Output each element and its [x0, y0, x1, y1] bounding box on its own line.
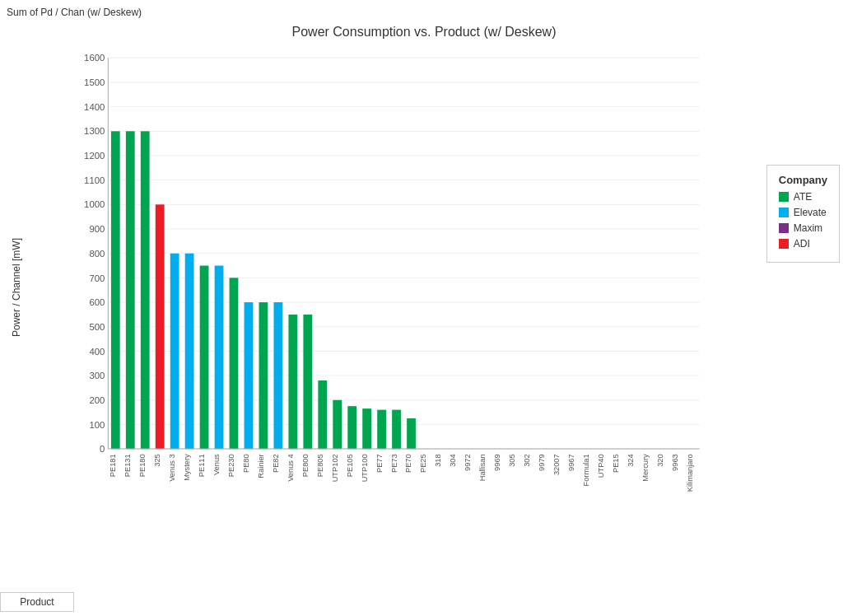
svg-text:9972: 9972 — [464, 454, 472, 471]
chart-container: Sum of Pd / Chan (w/ Deskew) Power Consu… — [0, 0, 848, 616]
svg-rect-64 — [333, 400, 342, 449]
legend-item-elevate: Elevate — [779, 207, 827, 218]
svg-rect-48 — [215, 266, 224, 450]
svg-text:Venus 3: Venus 3 — [168, 454, 176, 482]
svg-text:UTP40: UTP40 — [597, 454, 605, 478]
bar-chart: 0100200300400500600700800900100011001200… — [66, 49, 708, 525]
svg-text:Formula1: Formula1 — [582, 454, 590, 486]
svg-text:PE105: PE105 — [346, 454, 354, 477]
svg-text:200: 200 — [89, 395, 105, 405]
svg-rect-68 — [362, 408, 371, 449]
svg-rect-40 — [156, 204, 165, 449]
svg-rect-74 — [407, 418, 416, 449]
svg-text:324: 324 — [627, 454, 635, 466]
legend-label-ate: ATE — [794, 191, 812, 203]
legend-color-maxim — [779, 223, 789, 233]
svg-text:PE70: PE70 — [405, 454, 413, 473]
svg-text:1200: 1200 — [84, 151, 105, 161]
svg-text:UTP100: UTP100 — [361, 454, 369, 482]
svg-text:305: 305 — [508, 454, 516, 466]
svg-text:304: 304 — [449, 454, 457, 466]
svg-text:1000: 1000 — [84, 199, 105, 209]
svg-text:PE111: PE111 — [198, 454, 206, 477]
svg-text:PE805: PE805 — [316, 454, 324, 477]
svg-text:PE800: PE800 — [301, 454, 310, 477]
svg-text:PE131: PE131 — [123, 454, 132, 477]
chart-title: Power Consumption vs. Product (w/ Deskew… — [0, 25, 848, 40]
svg-text:325: 325 — [153, 454, 161, 466]
svg-text:32007: 32007 — [552, 454, 561, 475]
svg-text:900: 900 — [89, 224, 105, 234]
legend-label-elevate: Elevate — [794, 207, 827, 218]
legend-label-maxim: Maxim — [794, 222, 822, 234]
legend-color-ate — [779, 192, 789, 202]
bottom-label: Product — [0, 592, 74, 612]
svg-text:Venus 4: Venus 4 — [287, 454, 295, 482]
svg-text:PE77: PE77 — [375, 454, 384, 473]
svg-rect-72 — [392, 410, 401, 449]
svg-text:PE180: PE180 — [138, 454, 147, 477]
svg-text:PE230: PE230 — [227, 454, 235, 477]
svg-text:UTP102: UTP102 — [331, 454, 339, 482]
y-axis-label: Power / Channel [mW] — [8, 49, 25, 525]
svg-text:1400: 1400 — [84, 102, 105, 112]
svg-text:PE73: PE73 — [390, 454, 398, 473]
legend-title: Company — [779, 174, 827, 186]
legend-label-adi: ADI — [794, 238, 810, 250]
legend-item-maxim: Maxim — [779, 222, 827, 234]
legend-color-elevate — [779, 208, 789, 217]
svg-text:0: 0 — [100, 444, 105, 454]
svg-text:320: 320 — [656, 454, 664, 466]
svg-rect-38 — [141, 131, 150, 449]
svg-rect-44 — [185, 254, 194, 449]
svg-rect-58 — [288, 315, 297, 449]
svg-text:Mystery: Mystery — [183, 454, 191, 481]
svg-text:1100: 1100 — [84, 175, 105, 185]
svg-rect-66 — [347, 406, 356, 449]
svg-text:1500: 1500 — [84, 77, 105, 87]
chart-area: 0100200300400500600700800900100011001200… — [66, 49, 708, 525]
svg-text:9963: 9963 — [671, 454, 679, 471]
svg-text:500: 500 — [89, 322, 105, 332]
svg-text:302: 302 — [523, 454, 531, 466]
svg-text:PE82: PE82 — [272, 454, 280, 473]
svg-text:700: 700 — [89, 273, 105, 282]
svg-text:1600: 1600 — [84, 53, 105, 63]
svg-text:9969: 9969 — [493, 454, 501, 471]
legend: Company ATE Elevate Maxim ADI — [766, 165, 840, 263]
svg-text:400: 400 — [89, 347, 105, 357]
svg-rect-50 — [230, 278, 239, 449]
svg-rect-70 — [377, 410, 386, 449]
svg-text:Kilimanjaro: Kilimanjaro — [686, 454, 694, 492]
svg-rect-52 — [245, 302, 254, 449]
svg-text:Venus: Venus — [212, 454, 221, 475]
svg-text:PE15: PE15 — [612, 454, 620, 473]
legend-item-ate: ATE — [779, 191, 827, 203]
legend-item-adi: ADI — [779, 238, 827, 250]
svg-text:Mercury: Mercury — [641, 454, 650, 482]
svg-rect-36 — [126, 131, 135, 449]
svg-text:600: 600 — [89, 297, 105, 307]
svg-rect-34 — [111, 131, 120, 449]
svg-rect-42 — [170, 254, 179, 449]
svg-text:PE80: PE80 — [242, 454, 250, 473]
svg-text:1300: 1300 — [84, 126, 105, 136]
svg-text:100: 100 — [89, 420, 105, 430]
svg-rect-46 — [200, 266, 209, 450]
svg-rect-60 — [303, 315, 312, 449]
svg-text:300: 300 — [89, 371, 105, 380]
svg-text:9979: 9979 — [538, 454, 546, 471]
svg-text:9967: 9967 — [567, 454, 575, 471]
svg-rect-56 — [273, 302, 282, 449]
svg-text:PE181: PE181 — [109, 454, 117, 477]
svg-text:318: 318 — [434, 454, 442, 466]
legend-color-adi — [779, 239, 789, 249]
svg-text:Rainier: Rainier — [257, 454, 265, 478]
svg-text:Hallisan: Hallisan — [478, 454, 487, 481]
svg-text:PE25: PE25 — [419, 454, 427, 473]
svg-rect-54 — [259, 302, 268, 449]
top-label: Sum of Pd / Chan (w/ Deskew) — [7, 7, 142, 18]
svg-text:800: 800 — [89, 249, 105, 259]
svg-rect-62 — [318, 380, 327, 449]
